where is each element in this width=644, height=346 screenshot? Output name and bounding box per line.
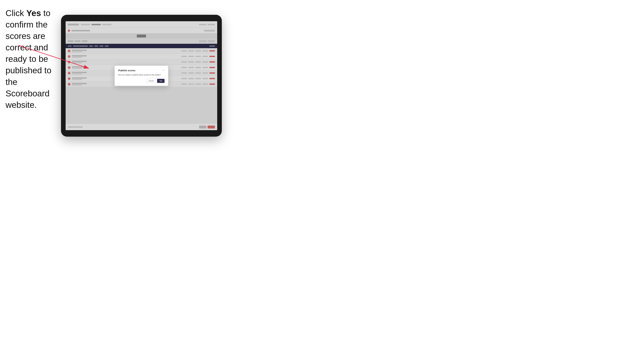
tablet-device: 1 2 [61, 15, 222, 137]
modal-overlay: Publish scores × Are you ready to publis… [66, 21, 217, 130]
modal-yes-button[interactable]: Yes [157, 79, 164, 83]
modal-close-button[interactable]: × [162, 69, 164, 72]
modal-body-text: Are you ready to publish these scores to… [118, 74, 164, 76]
instruction-text: Click Yes to confirm the scores are corr… [6, 7, 59, 111]
tablet-screen: 1 2 [66, 21, 217, 130]
publish-scores-modal: Publish scores × Are you ready to publis… [114, 66, 168, 86]
instruction-bold: Yes [26, 8, 41, 18]
modal-cancel-button[interactable]: Cancel [146, 79, 156, 83]
modal-title: Publish scores [118, 69, 135, 72]
modal-header: Publish scores × [118, 69, 164, 72]
modal-footer: Cancel Yes [118, 79, 164, 83]
